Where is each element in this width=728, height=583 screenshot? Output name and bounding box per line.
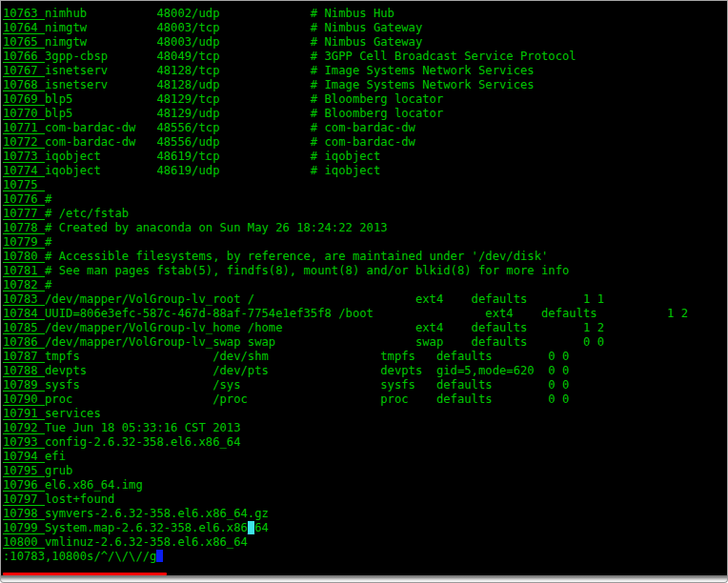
line-text: # /etc/fstab — [45, 207, 129, 220]
terminal-line: 10772 com-bardac-dw 48556/udp # com-bard… — [3, 135, 688, 150]
line-number: 10797 — [3, 493, 45, 506]
line-text: vmlinuz-2.6.32-358.el6.x86_64 — [45, 535, 248, 549]
terminal-line: 10771 com-bardac-dw 48556/tcp # com-bard… — [3, 121, 688, 135]
line-number: 10788 — [3, 364, 45, 377]
terminal-line: 10790 proc /proc proc defaults 0 0 — [3, 392, 688, 407]
line-text: # Accessible filesystems, by reference, … — [45, 250, 548, 263]
line-number: 10796 — [3, 478, 45, 492]
frame-bottom-shadow — [0, 575, 728, 583]
line-text: nimgtw 48003/tcp # Nimbus Gateway — [45, 21, 422, 34]
line-text: sysfs /sys sysfs defaults 0 0 — [45, 378, 569, 392]
terminal-line: 10774 iqobject 48619/udp # iqobject — [3, 164, 688, 178]
terminal-line: 10788 devpts /dev/pts devpts gid=5,mode=… — [3, 364, 688, 378]
terminal-line: 10794 efi — [3, 450, 688, 464]
screenshot-frame: 10763 nimhub 48002/udp # Nimbus Hub10764… — [0, 0, 728, 583]
line-number: 10778 — [3, 221, 45, 234]
terminal-line: 10767 isnetserv 48128/tcp # Image System… — [3, 64, 688, 78]
line-number: 10780 — [3, 250, 45, 263]
line-number: 10795 — [3, 464, 45, 477]
terminal-line: 10785 /dev/mapper/VolGroup-lv_home /home… — [3, 321, 688, 335]
line-number: 10775 — [3, 178, 45, 191]
line-number: 10787 — [3, 350, 45, 363]
terminal-line: 10797 lost+found — [3, 493, 688, 507]
terminal-line: 10783 /dev/mapper/VolGroup-lv_root / ext… — [3, 292, 688, 307]
command-line[interactable]: :10783,10800s/^/\/\//g — [3, 550, 688, 564]
terminal-line: 10787 tmpfs /dev/shm tmpfs defaults 0 0 — [3, 350, 688, 364]
line-number: 10794 — [3, 450, 45, 463]
line-number: 10774 — [3, 164, 45, 177]
line-number: 10781 — [3, 264, 45, 277]
terminal-line: 10763 nimhub 48002/udp # Nimbus Hub — [3, 7, 688, 21]
line-number: 10777 — [3, 207, 45, 220]
terminal-line: 10778 # Created by anaconda on Sun May 2… — [3, 221, 688, 235]
line-number: 10776 — [3, 192, 45, 206]
line-text: grub — [45, 464, 72, 477]
line-text: com-bardac-dw 48556/udp # com-bardac-dw — [45, 135, 415, 149]
line-text: config-2.6.32-358.el6.x86_64 — [45, 435, 240, 449]
line-number: 10763 — [3, 7, 45, 20]
line-text: devpts /dev/pts devpts gid=5,mode=620 0 … — [45, 364, 569, 377]
line-text: # — [45, 235, 51, 249]
terminal-line: 10775 — [3, 178, 688, 192]
line-text: proc /proc proc defaults 0 0 — [45, 392, 569, 406]
line-text: isnetserv 48128/tcp # Image Systems Netw… — [45, 64, 535, 77]
terminal-line: 10769 blp5 48129/tcp # Bloomberg locator — [3, 92, 688, 107]
line-number: 10793 — [3, 435, 45, 449]
line-number: 10790 — [3, 392, 45, 406]
terminal-line: 10786 /dev/mapper/VolGroup-lv_swap swap … — [3, 335, 688, 350]
line-number: 10766 — [3, 50, 45, 63]
line-text: # See man pages fstab(5), findfs(8), mou… — [45, 264, 569, 277]
line-text: /dev/mapper/VolGroup-lv_home /home ext4 … — [45, 321, 604, 334]
line-text: services — [45, 407, 101, 420]
terminal-line: 10784 UUID=806e3efc-587c-467d-88af-7754e… — [3, 307, 688, 321]
line-text: blp5 48129/tcp # Bloomberg locator — [45, 92, 443, 106]
line-number: 10773 — [3, 150, 45, 163]
terminal-lines: 10763 nimhub 48002/udp # Nimbus Hub10764… — [3, 7, 688, 564]
terminal-line: 10780 # Accessible filesystems, by refer… — [3, 250, 688, 264]
terminal-line: 10777 # /etc/fstab — [3, 207, 688, 221]
line-text: System.map-2.6.32-358.el6.x86 — [45, 521, 248, 534]
terminal-line: 10779 # — [3, 235, 688, 250]
line-text: el6.x86_64.img — [45, 478, 143, 492]
line-number: 10772 — [3, 135, 45, 149]
command-text: :10783,10800s/^/\/\//g — [3, 550, 156, 563]
terminal-line: 10795 grub — [3, 464, 688, 478]
line-text: com-bardac-dw 48556/tcp # com-bardac-dw — [45, 121, 415, 134]
line-text: # Created by anaconda on Sun May 26 18:2… — [45, 221, 388, 234]
line-number: 10789 — [3, 378, 45, 392]
line-text: nimhub 48002/udp # Nimbus Hub — [45, 7, 394, 20]
terminal-line: 10798 symvers-2.6.32-358.el6.x86_64.gz — [3, 507, 688, 521]
line-number: 10800 — [3, 535, 45, 549]
line-number: 10770 — [3, 107, 45, 120]
line-number: 10764 — [3, 21, 45, 34]
terminal-line: 10770 blp5 48129/udp # Bloomberg locator — [3, 107, 688, 121]
line-text: UUID=806e3efc-587c-467d-88af-7754e1ef35f… — [45, 307, 688, 320]
terminal-screen[interactable]: 10763 nimhub 48002/udp # Nimbus Hub10764… — [0, 0, 728, 575]
line-text: 3gpp-cbsp 48049/tcp # 3GPP Cell Broadcas… — [45, 50, 576, 63]
line-number: 10791 — [3, 407, 45, 420]
line-number: 10769 — [3, 92, 45, 106]
line-text: /dev/mapper/VolGroup-lv_swap swap swap d… — [45, 335, 604, 349]
line-text: efi — [45, 450, 66, 463]
terminal-line: 10773 iqobject 48619/tcp # iqobject — [3, 150, 688, 164]
terminal-line: 10793 config-2.6.32-358.el6.x86_64 — [3, 435, 688, 450]
line-number: 10779 — [3, 235, 45, 249]
line-text: symvers-2.6.32-358.el6.x86_64.gz — [45, 507, 269, 520]
line-number: 10784 — [3, 307, 45, 320]
line-number: 10782 — [3, 278, 45, 292]
terminal-line: 10789 sysfs /sys sysfs defaults 0 0 — [3, 378, 688, 392]
terminal-line: 10766 3gpp-cbsp 48049/tcp # 3GPP Cell Br… — [3, 50, 688, 64]
line-text: # — [45, 192, 51, 206]
line-number: 10771 — [3, 121, 45, 134]
terminal-line: 10765 nimgtw 48003/udp # Nimbus Gateway — [3, 35, 688, 50]
line-text: blp5 48129/udp # Bloomberg locator — [45, 107, 443, 120]
terminal-line: 10781 # See man pages fstab(5), findfs(8… — [3, 264, 688, 278]
line-text: 64 — [254, 521, 269, 534]
line-number: 10783 — [3, 292, 45, 306]
terminal-line: 10799 System.map-2.6.32-358.el6.x86_64 — [3, 521, 688, 535]
line-text: # — [45, 278, 51, 292]
terminal-line: 10792 Tue Jun 18 05:33:16 CST 2013 — [3, 421, 688, 435]
line-text: lost+found — [45, 493, 114, 506]
terminal-line: 10800 vmlinuz-2.6.32-358.el6.x86_64 — [3, 535, 688, 550]
line-number: 10767 — [3, 64, 45, 77]
